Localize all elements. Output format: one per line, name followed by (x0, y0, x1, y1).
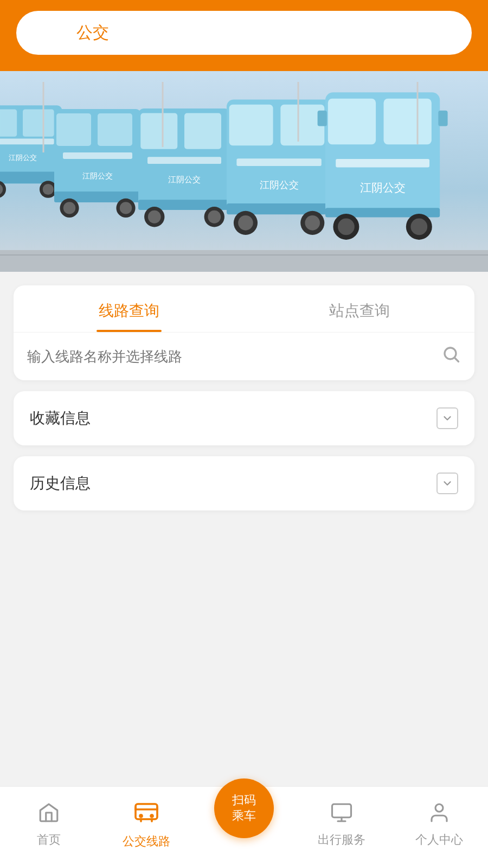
main-content: 线路查询 站点查询 收藏信息 历史信息 (0, 272, 488, 655)
bus-icon (133, 800, 159, 829)
route-search-input[interactable] (27, 348, 433, 365)
tab-station-query[interactable]: 站点查询 (244, 285, 474, 332)
svg-point-60 (151, 815, 153, 817)
nav-label-home: 首页 (37, 832, 61, 848)
spacer (0, 655, 488, 787)
svg-text:江阴公交: 江阴公交 (82, 171, 113, 180)
svg-point-27 (208, 210, 221, 224)
svg-rect-1 (0, 109, 17, 136)
search-card: 线路查询 站点查询 (14, 285, 474, 380)
search-input-area (14, 333, 474, 380)
svg-rect-2 (23, 109, 54, 136)
svg-rect-41 (328, 99, 376, 144)
svg-point-35 (238, 215, 253, 231)
svg-rect-61 (332, 804, 351, 818)
svg-text:江阴公交: 江阴公交 (168, 175, 201, 184)
search-tab-bar: 线路查询 站点查询 (14, 285, 474, 333)
svg-rect-42 (384, 99, 432, 144)
svg-point-25 (148, 210, 161, 224)
search-icon[interactable] (441, 344, 461, 368)
nav-label-service: 出行服务 (318, 832, 365, 848)
tab-route-query[interactable]: 线路查询 (14, 285, 244, 332)
svg-rect-38 (236, 158, 321, 166)
svg-rect-50 (318, 111, 327, 126)
svg-rect-28 (147, 157, 221, 164)
nav-label-profile: 个人中心 (415, 832, 463, 848)
history-chevron-icon (436, 473, 458, 494)
favorites-accordion[interactable]: 收藏信息 (14, 391, 474, 445)
main-tab-bar: 公交 导乘 周边 (16, 11, 472, 55)
svg-rect-12 (98, 113, 132, 146)
tab-nearby[interactable]: 周边 (319, 12, 471, 54)
svg-point-59 (140, 815, 142, 817)
svg-rect-18 (63, 152, 132, 159)
scan-button-container: 扫码 乘车 (195, 778, 293, 838)
svg-text:江阴公交: 江阴公交 (260, 179, 299, 190)
svg-point-15 (63, 202, 75, 214)
scan-button-text: 扫码 乘车 (232, 793, 256, 824)
svg-rect-21 (140, 113, 177, 149)
bottom-nav: 首页 公交线路 扫码 乘车 (0, 786, 488, 868)
nav-item-busline[interactable]: 公交线路 (98, 800, 195, 850)
favorites-chevron-icon (436, 407, 458, 429)
shadow-line (0, 254, 488, 256)
banner-image: 江阴公交 江阴公交 江阴公交 (0, 71, 488, 272)
svg-rect-51 (438, 111, 447, 126)
svg-text:江阴公交: 江阴公交 (9, 154, 37, 162)
svg-rect-8 (0, 138, 54, 144)
nav-item-service[interactable]: 出行服务 (293, 801, 390, 848)
history-accordion[interactable]: 历史信息 (14, 456, 474, 510)
svg-point-37 (305, 215, 320, 231)
svg-rect-48 (336, 159, 429, 167)
svg-rect-11 (56, 113, 91, 146)
nav-label-busline: 公交线路 (123, 833, 170, 850)
svg-point-62 (435, 804, 443, 812)
monitor-icon (330, 801, 353, 827)
svg-point-17 (120, 202, 132, 214)
scan-ride-button[interactable]: 扫码 乘车 (214, 778, 274, 838)
svg-text:江阴公交: 江阴公交 (360, 181, 406, 194)
tab-bus[interactable]: 公交 (17, 12, 169, 54)
header: 公交 导乘 周边 (0, 0, 488, 71)
svg-rect-31 (229, 105, 273, 145)
favorites-label: 收藏信息 (30, 408, 91, 429)
svg-rect-3 (0, 172, 62, 184)
svg-line-57 (455, 358, 459, 362)
tab-guide[interactable]: 导乘 (169, 12, 320, 54)
bus-illustration: 江阴公交 江阴公交 江阴公交 (0, 82, 488, 256)
nav-item-home[interactable]: 首页 (0, 801, 98, 848)
person-icon (428, 801, 451, 827)
svg-rect-22 (184, 113, 221, 149)
history-label: 历史信息 (30, 473, 91, 494)
svg-point-47 (410, 219, 427, 235)
svg-point-45 (338, 219, 355, 235)
nav-item-profile[interactable]: 个人中心 (390, 801, 488, 848)
svg-rect-58 (136, 804, 157, 819)
home-icon (37, 801, 60, 827)
svg-point-7 (43, 184, 54, 195)
